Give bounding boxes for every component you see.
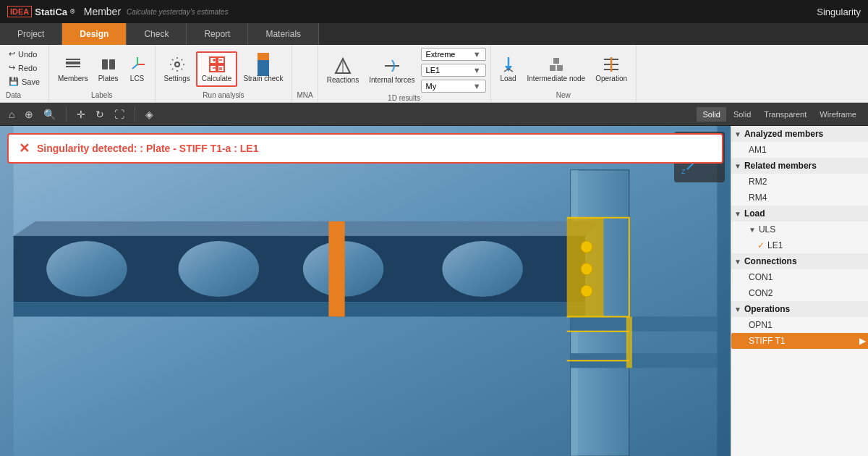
tab-check[interactable]: Check bbox=[127, 23, 187, 45]
analyzed-members-expand-icon: ▼ bbox=[734, 130, 741, 138]
mna-label: MNA bbox=[297, 90, 312, 99]
home-view-button[interactable]: ⌂ bbox=[6, 106, 17, 123]
undo-icon: ↩ bbox=[9, 49, 15, 59]
operation-icon bbox=[603, 56, 620, 73]
view-mode-wireframe[interactable]: Wireframe bbox=[814, 107, 862, 122]
view-separator-1 bbox=[66, 107, 67, 122]
strain-check-button[interactable]: Strain check bbox=[239, 53, 287, 85]
load-header[interactable]: ▼ Load bbox=[731, 206, 868, 221]
lcs-label: LCS bbox=[130, 75, 144, 83]
analyzed-members-header[interactable]: ▼ Analyzed members bbox=[731, 126, 868, 142]
extreme-dropdown[interactable]: Extreme ▼ bbox=[421, 48, 486, 61]
opn1-item[interactable]: OPN1 bbox=[731, 317, 868, 333]
operations-header[interactable]: ▼ Operations bbox=[731, 301, 868, 317]
rm2-item[interactable]: RM2 bbox=[731, 174, 868, 190]
members-button[interactable]: Members bbox=[54, 53, 93, 85]
display-options-button[interactable]: ◈ bbox=[142, 106, 156, 123]
am1-item[interactable]: AM1 bbox=[731, 142, 868, 158]
connections-header[interactable]: ▼ Connections bbox=[731, 253, 868, 269]
operations-label: Operations bbox=[744, 304, 790, 314]
extreme-value: Extreme bbox=[426, 50, 456, 59]
view-mode-solid2[interactable]: Solid bbox=[728, 107, 757, 122]
tab-report[interactable]: Report bbox=[187, 23, 248, 45]
lcs-button[interactable]: LCS bbox=[124, 53, 150, 85]
my-arrow-icon: ▼ bbox=[473, 82, 481, 90]
zoom-fit-button[interactable]: ⊕ bbox=[22, 106, 36, 123]
new-group: Load Intermediate node Operation New bbox=[491, 45, 637, 102]
stiff-t1-item[interactable]: STIFF T1 ▶ bbox=[731, 333, 868, 349]
undo-button[interactable]: ↩ Undo bbox=[6, 48, 43, 60]
le1-item[interactable]: ✓ LE1 bbox=[731, 237, 868, 253]
calculate-button[interactable]: Calculate bbox=[196, 51, 238, 87]
redo-button[interactable]: ↪ Redo bbox=[6, 62, 43, 74]
svg-point-46 bbox=[581, 241, 592, 253]
connections-label: Connections bbox=[744, 256, 797, 266]
con2-item[interactable]: CON2 bbox=[731, 285, 868, 301]
calculate-icon bbox=[208, 56, 226, 73]
lcs-icon bbox=[129, 56, 146, 73]
save-button[interactable]: 💾 Save bbox=[6, 75, 43, 88]
settings-button[interactable]: Settings bbox=[160, 53, 195, 85]
run-analysis-group: Settings Calculate Strain check Run anal… bbox=[156, 45, 293, 102]
rm4-label: RM4 bbox=[749, 193, 767, 203]
labels-group-label: Labels bbox=[91, 90, 112, 99]
save-icon: 💾 bbox=[9, 77, 19, 86]
reactions-button[interactable]: Reactions bbox=[323, 54, 363, 87]
3d-viewport[interactable]: ✕ Singularity detected: : Plate - STIFF … bbox=[0, 126, 731, 456]
svg-rect-53 bbox=[626, 316, 632, 368]
tab-project[interactable]: Project bbox=[0, 23, 62, 45]
view-mode-transparent[interactable]: Transparent bbox=[758, 107, 812, 122]
window-title: Singularity bbox=[817, 7, 861, 17]
analyzed-members-label: Analyzed members bbox=[744, 129, 823, 139]
internal-forces-button[interactable]: Internal forces bbox=[365, 54, 419, 87]
opn1-label: OPN1 bbox=[749, 320, 773, 330]
run-analysis-label: Run analysis bbox=[203, 90, 244, 99]
logo-member: Member bbox=[84, 6, 121, 17]
undo-label: Undo bbox=[18, 50, 37, 59]
mna-group: MNA bbox=[292, 45, 318, 102]
load-button[interactable]: Load bbox=[495, 53, 522, 85]
le1-dropdown[interactable]: LE1 ▼ bbox=[421, 64, 486, 77]
intermediate-node-label: Intermediate node bbox=[527, 75, 586, 83]
svg-point-43 bbox=[442, 241, 522, 297]
tab-design[interactable]: Design bbox=[62, 23, 127, 45]
con2-label: CON2 bbox=[749, 288, 773, 298]
view-separator-2 bbox=[135, 107, 135, 122]
members-label: Members bbox=[58, 75, 88, 83]
le1-value: LE1 bbox=[426, 66, 441, 75]
rm2-label: RM2 bbox=[749, 177, 767, 187]
tab-materials[interactable]: Materials bbox=[248, 23, 319, 45]
my-dropdown[interactable]: My ▼ bbox=[421, 80, 486, 93]
con1-item[interactable]: CON1 bbox=[731, 269, 868, 285]
svg-point-48 bbox=[581, 285, 592, 297]
reactions-icon bbox=[334, 57, 352, 75]
my-value: My bbox=[426, 82, 437, 90]
load-label: Load bbox=[500, 75, 516, 83]
right-panel: ▼ Analyzed members AM1 ▼ Related members… bbox=[731, 126, 868, 456]
intermediate-node-icon bbox=[548, 56, 565, 73]
labels-group: Members Plates LCS Labels bbox=[49, 45, 155, 102]
toolbar: ↩ Undo ↪ Redo 💾 Save Data Members bbox=[0, 45, 868, 103]
alert-message: Singularity detected: : Plate - STIFF T1… bbox=[37, 143, 259, 154]
load-icon bbox=[500, 56, 517, 73]
search-button[interactable]: 🔍 bbox=[41, 106, 59, 123]
crosshair-button[interactable]: ✛ bbox=[74, 106, 88, 123]
view-mode-solid1[interactable]: Solid bbox=[697, 107, 726, 122]
plates-button[interactable]: Plates bbox=[94, 53, 123, 85]
uls-item[interactable]: ▼ ULS bbox=[731, 221, 868, 237]
3d-scene bbox=[0, 126, 731, 456]
related-members-header[interactable]: ▼ Related members bbox=[731, 158, 868, 174]
stiff-t1-label: STIFF T1 bbox=[749, 336, 785, 346]
svg-point-47 bbox=[581, 263, 592, 274]
le1-arrow-icon: ▼ bbox=[473, 66, 481, 75]
data-group: ↩ Undo ↪ Redo 💾 Save Data bbox=[0, 45, 49, 102]
rotate-button[interactable]: ↻ bbox=[93, 106, 107, 123]
fullscreen-button[interactable]: ⛶ bbox=[111, 106, 127, 123]
intermediate-node-button[interactable]: Intermediate node bbox=[523, 53, 590, 85]
run-analysis-items: Settings Calculate Strain check bbox=[160, 48, 288, 90]
calculate-label: Calculate bbox=[202, 75, 232, 83]
svg-rect-0 bbox=[66, 62, 80, 64]
rm4-item[interactable]: RM4 bbox=[731, 190, 868, 206]
operation-button[interactable]: Operation bbox=[591, 53, 631, 85]
svg-rect-49 bbox=[571, 316, 718, 331]
